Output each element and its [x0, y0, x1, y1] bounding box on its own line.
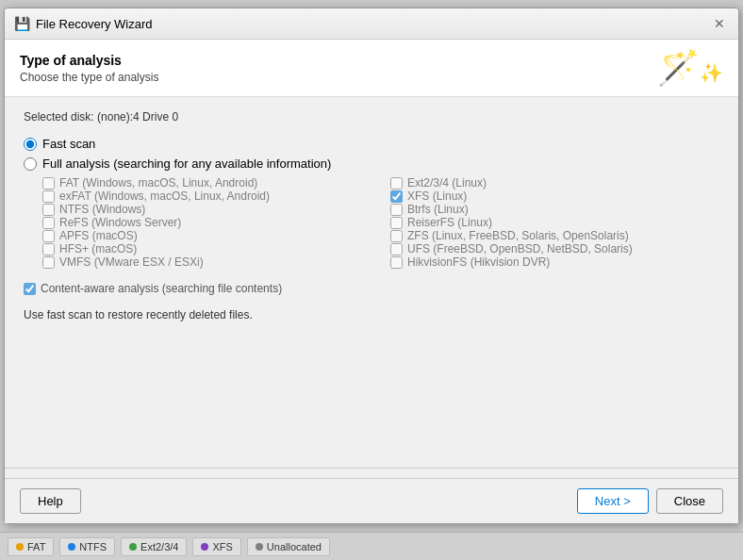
- help-button[interactable]: Help: [20, 488, 81, 514]
- fs-zfs[interactable]: ZFS (Linux, FreeBSD, Solaris, OpenSolari…: [390, 229, 719, 242]
- fs-ntfs[interactable]: NTFS (Windows): [42, 203, 372, 216]
- ntfs-dot: [68, 543, 75, 551]
- fs-apfs-checkbox[interactable]: [42, 230, 55, 242]
- fs-xfs[interactable]: XFS (Linux): [390, 189, 719, 203]
- fs-hikvision-label: HikvisionFS (Hikvision DVR): [407, 255, 550, 269]
- fs-refs-checkbox[interactable]: [42, 217, 55, 229]
- next-button[interactable]: Next >: [577, 488, 649, 514]
- content-aware-section[interactable]: Content-aware analysis (searching file c…: [24, 282, 719, 295]
- fs-btrfs[interactable]: Btrfs (Linux): [390, 203, 719, 216]
- taskbar-unallocated-label: Unallocated: [267, 541, 322, 552]
- fs-hikvision-checkbox[interactable]: [390, 256, 403, 269]
- fast-scan-option[interactable]: Fast scan: [24, 137, 719, 151]
- fs-fat[interactable]: FAT (Windows, macOS, Linux, Android): [42, 176, 372, 189]
- full-analysis-option[interactable]: Full analysis (searching for any availab…: [24, 156, 719, 171]
- taskbar-xfs[interactable]: XFS: [192, 537, 240, 556]
- fs-hfsplus-label: HFS+ (macOS): [59, 242, 137, 255]
- fs-apfs[interactable]: APFS (macOS): [42, 229, 372, 242]
- fat-dot: [16, 543, 24, 551]
- taskbar-fat-label: FAT: [27, 541, 45, 552]
- taskbar-ext-label: Ext2/3/4: [140, 541, 178, 552]
- fs-ufs-label: UFS (FreeBSD, OpenBSD, NetBSD, Solaris): [407, 242, 633, 255]
- fs-refs-label: ReFS (Windows Server): [59, 216, 181, 229]
- wizard-icon: 🪄✨: [657, 51, 723, 85]
- taskbar: FAT NTFS Ext2/3/4 XFS Unallocated: [0, 532, 743, 560]
- content-aware-checkbox[interactable]: [24, 283, 36, 295]
- fs-reiserfs-checkbox[interactable]: [390, 217, 403, 229]
- fs-ufs[interactable]: UFS (FreeBSD, OpenBSD, NetBSD, Solaris): [390, 242, 719, 255]
- fs-xfs-checkbox[interactable]: [390, 190, 403, 203]
- header-title: Type of analysis: [20, 53, 158, 68]
- fs-exfat[interactable]: exFAT (Windows, macOS, Linux, Android): [42, 189, 372, 203]
- footer: Help Next > Close: [5, 478, 738, 523]
- filesystems-section: FAT (Windows, macOS, Linux, Android) exF…: [42, 176, 719, 269]
- fs-zfs-label: ZFS (Linux, FreeBSD, Solaris, OpenSolari…: [407, 229, 629, 242]
- fs-ext234-checkbox[interactable]: [390, 177, 403, 189]
- selected-disk-label: Selected disk: (none):4 Drive 0: [24, 110, 719, 124]
- taskbar-fat[interactable]: FAT: [8, 537, 54, 556]
- fs-hfsplus[interactable]: HFS+ (macOS): [42, 242, 372, 255]
- fs-ufs-checkbox[interactable]: [390, 243, 403, 255]
- xfs-dot: [201, 543, 208, 551]
- description-text: Use fast scan to restore recently delete…: [24, 308, 719, 321]
- taskbar-xfs-label: XFS: [212, 541, 232, 552]
- title-bar: 💾 File Recovery Wizard ✕: [5, 8, 738, 40]
- full-analysis-radio[interactable]: [24, 157, 37, 171]
- fs-exfat-label: exFAT (Windows, macOS, Linux, Android): [59, 189, 270, 203]
- fs-fat-label: FAT (Windows, macOS, Linux, Android): [59, 176, 257, 189]
- fs-apfs-label: APFS (macOS): [59, 229, 138, 242]
- fs-hfsplus-checkbox[interactable]: [42, 243, 55, 255]
- taskbar-ext[interactable]: Ext2/3/4: [121, 537, 187, 556]
- fast-scan-radio[interactable]: [24, 138, 37, 151]
- fs-btrfs-checkbox[interactable]: [390, 204, 403, 216]
- fs-refs[interactable]: ReFS (Windows Server): [42, 216, 372, 229]
- fs-xfs-label: XFS (Linux): [407, 189, 467, 203]
- close-button[interactable]: Close: [656, 488, 723, 514]
- content-aware-label: Content-aware analysis (searching file c…: [41, 282, 282, 295]
- header-subtitle: Choose the type of analysis: [20, 71, 158, 84]
- fs-reiserfs[interactable]: ReiserFS (Linux): [390, 216, 719, 229]
- taskbar-ntfs[interactable]: NTFS: [59, 537, 115, 556]
- ext-dot: [129, 543, 137, 551]
- window-title: File Recovery Wizard: [36, 17, 153, 31]
- filesystems-left-col: FAT (Windows, macOS, Linux, Android) exF…: [42, 176, 372, 269]
- fs-btrfs-label: Btrfs (Linux): [407, 203, 469, 216]
- full-analysis-label: Full analysis (searching for any availab…: [42, 156, 331, 171]
- taskbar-ntfs-label: NTFS: [79, 541, 107, 552]
- window-close-button[interactable]: ✕: [710, 14, 729, 33]
- fs-ntfs-checkbox[interactable]: [42, 204, 55, 216]
- fs-vmfs-label: VMFS (VMware ESX / ESXi): [59, 255, 204, 269]
- unallocated-dot: [256, 543, 263, 551]
- fs-vmfs[interactable]: VMFS (VMware ESX / ESXi): [42, 255, 372, 269]
- fs-exfat-checkbox[interactable]: [42, 190, 55, 203]
- fast-scan-label: Fast scan: [42, 137, 95, 151]
- fs-reiserfs-label: ReiserFS (Linux): [407, 216, 492, 229]
- fs-ext234[interactable]: Ext2/3/4 (Linux): [390, 176, 719, 189]
- fs-ntfs-label: NTFS (Windows): [59, 203, 145, 216]
- fs-vmfs-checkbox[interactable]: [42, 256, 55, 269]
- fs-hikvision[interactable]: HikvisionFS (Hikvision DVR): [390, 255, 719, 269]
- fs-fat-checkbox[interactable]: [42, 177, 55, 189]
- filesystems-right-col: Ext2/3/4 (Linux) XFS (Linux) Btrfs (Linu…: [390, 176, 719, 269]
- fs-ext234-label: Ext2/3/4 (Linux): [407, 176, 487, 189]
- header-section: Type of analysis Choose the type of anal…: [5, 40, 738, 97]
- app-icon: 💾: [14, 16, 30, 31]
- taskbar-unallocated[interactable]: Unallocated: [247, 537, 330, 556]
- fs-zfs-checkbox[interactable]: [390, 230, 403, 242]
